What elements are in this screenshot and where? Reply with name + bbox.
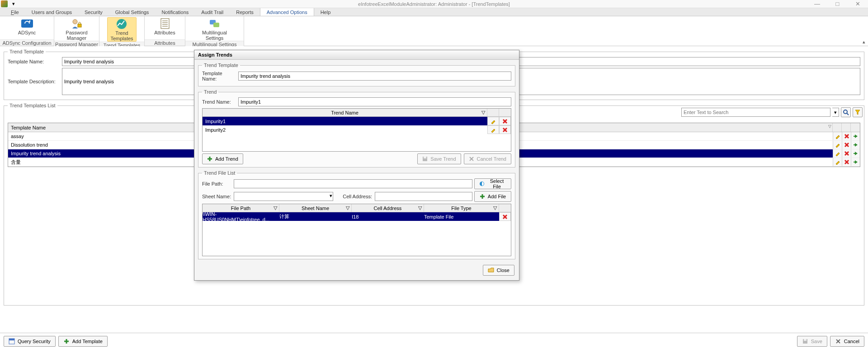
column-header-sheet-name[interactable]: Sheet Name▽ bbox=[279, 204, 352, 212]
svg-point-11 bbox=[844, 110, 847, 114]
edit-row-button[interactable] bbox=[833, 149, 842, 158]
ribbon-label: Password Manager bbox=[66, 30, 87, 41]
ribbon-trend-templates[interactable]: Trend Templates bbox=[107, 17, 136, 42]
cell-sheet-name: 计算 bbox=[279, 213, 352, 220]
dialog-trend-group: Trend Trend Name: Trend Name ▽ Impurity1… bbox=[198, 89, 515, 167]
edit-row-button[interactable] bbox=[833, 132, 842, 140]
ribbon-collapse-icon[interactable]: ▴ bbox=[863, 39, 865, 45]
edit-row-button[interactable] bbox=[833, 141, 842, 149]
cancel-trend-button[interactable]: Cancel Trend bbox=[464, 153, 511, 164]
delete-row-button[interactable] bbox=[499, 117, 511, 125]
save-button[interactable]: Save bbox=[797, 336, 827, 347]
menu-help[interactable]: Help bbox=[314, 8, 337, 16]
add-template-button[interactable]: Add Template bbox=[58, 336, 108, 347]
select-file-button[interactable]: Select File bbox=[474, 178, 511, 189]
group-legend: Trend Template bbox=[8, 49, 46, 54]
file-path-label: File Path: bbox=[202, 181, 234, 186]
delete-row-button[interactable] bbox=[842, 149, 851, 158]
column-filter-icon[interactable]: ▽ bbox=[274, 205, 277, 211]
group-legend: Trend File List bbox=[202, 170, 237, 176]
table-row[interactable]: Impurity2 bbox=[203, 125, 511, 134]
group-legend: Trend bbox=[202, 89, 218, 95]
menu-reports[interactable]: Reports bbox=[230, 8, 260, 16]
delete-row-button[interactable] bbox=[842, 132, 851, 140]
trend-name-input[interactable] bbox=[238, 97, 511, 106]
delete-row-button[interactable] bbox=[499, 125, 511, 134]
column-filter-icon[interactable]: ▽ bbox=[481, 110, 485, 115]
column-filter-icon[interactable]: ▽ bbox=[493, 205, 497, 211]
column-filter-icon[interactable]: ▽ bbox=[346, 205, 349, 211]
menu-file[interactable]: File bbox=[5, 8, 25, 16]
delete-row-button[interactable] bbox=[842, 141, 851, 149]
column-header-cell-address[interactable]: Cell Address▽ bbox=[352, 204, 424, 212]
menu-security[interactable]: Security bbox=[78, 8, 109, 16]
menu-audit-trail[interactable]: Audit Trail bbox=[195, 8, 230, 16]
assign-row-button[interactable] bbox=[851, 132, 860, 140]
window-title: eInfotreeExcelModuleAdministrator: Admin… bbox=[0, 1, 868, 7]
cancel-button[interactable]: Cancel bbox=[830, 336, 864, 347]
table-row[interactable]: Impurity1 bbox=[203, 117, 511, 125]
close-dialog-button[interactable]: Close bbox=[483, 265, 514, 276]
trend-name-label: Trend Name: bbox=[202, 99, 238, 105]
ribbon-password-manager[interactable]: Password Manager bbox=[63, 17, 90, 41]
qat-dropdown[interactable]: ▾ bbox=[9, 0, 18, 7]
column-header-edit bbox=[833, 123, 842, 132]
search-input[interactable] bbox=[681, 108, 830, 117]
query-security-button[interactable]: Query Security bbox=[4, 336, 56, 347]
delete-row-button[interactable] bbox=[842, 158, 851, 166]
menu-notifications[interactable]: Notifications bbox=[155, 8, 195, 16]
search-button[interactable] bbox=[841, 107, 851, 117]
plus-icon bbox=[480, 194, 485, 199]
menu-advanced-options[interactable]: Advanced Options bbox=[260, 8, 314, 16]
svg-rect-2 bbox=[78, 24, 81, 27]
maximize-button[interactable]: □ bbox=[827, 0, 848, 8]
column-header-file-path[interactable]: File Path▽ bbox=[203, 204, 279, 212]
cell-address-label: Cell Address: bbox=[336, 194, 372, 199]
cell-trend-name: Impurity1 bbox=[203, 119, 487, 124]
sheet-name-input[interactable] bbox=[234, 192, 333, 201]
file-path-input[interactable] bbox=[234, 179, 472, 188]
svg-point-1 bbox=[73, 19, 77, 24]
svg-line-12 bbox=[847, 113, 849, 115]
column-filter-icon[interactable]: ▽ bbox=[828, 124, 831, 129]
edit-row-button[interactable] bbox=[487, 117, 499, 125]
menu-users-and-groups[interactable]: Users and Groups bbox=[25, 8, 78, 16]
dialog-template-name-input[interactable] bbox=[238, 72, 511, 81]
ribbon-adsync[interactable]: ADSync bbox=[14, 17, 41, 35]
table-row[interactable]: \\WIN-HS58US0NHMT\einfotree_d... 计算 I18 … bbox=[203, 212, 511, 221]
svg-rect-22 bbox=[9, 339, 14, 340]
menu-global-settings[interactable]: Global Settings bbox=[109, 8, 156, 16]
cell-address-input[interactable] bbox=[375, 192, 472, 201]
ribbon-label: Multilingual Settings bbox=[202, 30, 227, 41]
attributes-icon bbox=[158, 17, 172, 30]
save-trend-button[interactable]: Save Trend bbox=[417, 153, 461, 164]
save-icon bbox=[422, 156, 428, 162]
ribbon-attributes[interactable]: Attributes bbox=[151, 17, 179, 35]
dialog-template-name-label: Template Name: bbox=[202, 71, 238, 81]
template-name-label: Template Name: bbox=[8, 59, 62, 64]
add-file-button[interactable]: Add File bbox=[474, 191, 511, 202]
sheet-name-dropdown[interactable]: ▾ bbox=[330, 193, 332, 199]
assign-row-button[interactable] bbox=[851, 158, 860, 166]
save-icon bbox=[802, 338, 808, 344]
close-button[interactable]: ✕ bbox=[848, 0, 868, 8]
column-header-file-type[interactable]: File Type▽ bbox=[424, 204, 499, 212]
column-header-trend-name[interactable]: Trend Name ▽ bbox=[203, 109, 487, 116]
edit-row-button[interactable] bbox=[487, 125, 499, 134]
assign-row-button[interactable] bbox=[851, 149, 860, 158]
ribbon: ADSync ADSync Configuration Password Man… bbox=[0, 16, 868, 46]
search-dropdown[interactable]: ▾ bbox=[832, 108, 839, 117]
edit-row-button[interactable] bbox=[833, 158, 842, 166]
cell-file-type: Template File bbox=[424, 214, 499, 220]
assign-row-button[interactable] bbox=[851, 141, 860, 149]
ribbon-label: Trend Templates bbox=[110, 30, 133, 41]
filter-button[interactable] bbox=[853, 107, 863, 117]
ribbon-multilingual-settings[interactable]: Multilingual Settings bbox=[199, 17, 230, 41]
svg-rect-0 bbox=[21, 19, 33, 28]
trend-grid: Trend Name ▽ Impurity1 Impurity2 bbox=[202, 108, 511, 152]
minimize-button[interactable]: — bbox=[807, 0, 827, 8]
cell-trend-name: Impurity2 bbox=[203, 127, 487, 133]
add-trend-button[interactable]: Add Trend bbox=[202, 153, 243, 164]
delete-row-button[interactable] bbox=[499, 212, 511, 221]
column-filter-icon[interactable]: ▽ bbox=[418, 205, 422, 211]
